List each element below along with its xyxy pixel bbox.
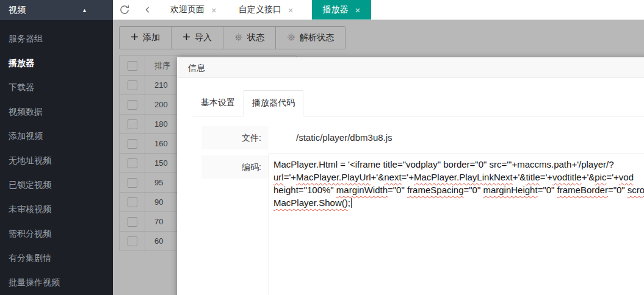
refresh-icon — [119, 4, 130, 15]
misspelled-token: vod — [619, 172, 634, 182]
misspelled-token: url — [273, 172, 284, 182]
dialog-tab-播放器代码[interactable]: 播放器代码 — [244, 90, 303, 116]
tab-label: 欢迎页面 — [170, 4, 204, 15]
main-area: 欢迎页面×自定义接口×播放器× 添加导入状态解析状态 排序 2102001801… — [113, 0, 644, 295]
code-token: ='+ — [606, 172, 618, 182]
code-token: +'& — [582, 172, 595, 182]
text-cursor — [351, 198, 352, 208]
misspelled-token: pic — [595, 172, 606, 182]
sidebar-item-已锁定视频[interactable]: 已锁定视频 — [0, 172, 113, 197]
sidebar-item-无地址视频[interactable]: 无地址视频 — [0, 148, 113, 172]
code-token: ='+ — [284, 172, 296, 182]
tab-欢迎页面[interactable]: 欢迎页面× — [159, 0, 228, 20]
misspelled-token: marginWidth — [336, 185, 388, 195]
code-line: MacPlayer.Show(); — [273, 196, 644, 209]
code-token: ="0" — [464, 185, 483, 195]
misspelled-token: vodtitle — [552, 172, 582, 182]
close-icon[interactable]: × — [288, 5, 294, 15]
misspelled-token: scrolling — [628, 185, 644, 195]
code-token: ='+ — [402, 172, 414, 182]
file-field-row: 文件: /static/player/dbm3u8.js — [201, 126, 644, 149]
dialog-tab-基本设置[interactable]: 基本设置 — [192, 90, 244, 116]
misspelled-token: title — [526, 172, 540, 182]
code-token: MacPlayer.Html = '<iframe title="vodplay… — [273, 159, 614, 169]
sidebar-nav: 服务器组播放器下载器视频数据添加视频无地址视频已锁定视频未审核视频需积分视频有分… — [0, 20, 113, 294]
sidebar-item-需积分视频[interactable]: 需积分视频 — [0, 221, 113, 246]
sidebar-header-video[interactable]: 视频 ▲ — [0, 0, 113, 20]
collapse-up-icon: ▲ — [82, 7, 104, 13]
code-token: ="0" — [608, 185, 628, 195]
sidebar-item-批量操作视频[interactable]: 批量操作视频 — [0, 270, 113, 294]
open-tabs: 欢迎页面×自定义接口×播放器× — [159, 0, 371, 20]
sidebar-item-播放器[interactable]: 播放器 — [0, 51, 113, 75]
sidebar: 视频 ▲ 服务器组播放器下载器视频数据添加视频无地址视频已锁定视频未审核视频需积… — [0, 0, 113, 295]
content-area: 添加导入状态解析状态 排序 21020018016015095907060 信息 — [113, 20, 644, 295]
code-field-row: 编码: MacPlayer.Html = '<iframe title="vod… — [201, 155, 644, 295]
close-icon[interactable]: × — [355, 5, 361, 15]
info-dialog: 信息 基本设置播放器代码 文件: /static/player/dbm3u8.j… — [177, 57, 644, 295]
code-token: height="100%" — [273, 185, 336, 195]
sidebar-item-下载器[interactable]: 下载器 — [0, 75, 113, 99]
sidebar-item-未审核视频[interactable]: 未审核视频 — [0, 197, 113, 221]
tab-label: 自定义接口 — [239, 4, 281, 15]
misspelled-token: MacPlayer.PlayLinkNext — [414, 172, 513, 182]
tabbar: 欢迎页面×自定义接口×播放器× — [113, 0, 644, 20]
misspelled-token: MacPlayer.Show() — [273, 197, 348, 208]
code-token: +'& — [371, 172, 385, 182]
chevron-left-icon — [143, 5, 152, 14]
code-token: +'& — [513, 172, 526, 182]
tab-自定义接口[interactable]: 自定义接口× — [228, 0, 305, 20]
close-icon[interactable]: × — [211, 5, 217, 15]
app-root: 视频 ▲ 服务器组播放器下载器视频数据添加视频无地址视频已锁定视频未审核视频需积… — [0, 0, 644, 295]
code-line: height="100%" marginWidth="0" frameSpaci… — [273, 183, 644, 196]
misspelled-token: MacPlayer.PlayUrl — [296, 172, 371, 182]
dialog-title: 信息 — [177, 57, 644, 78]
sidebar-item-添加视频[interactable]: 添加视频 — [0, 124, 113, 148]
misspelled-token: next — [384, 172, 401, 182]
sidebar-item-有分集剧情[interactable]: 有分集剧情 — [0, 246, 113, 270]
back-button[interactable] — [136, 0, 159, 20]
code-token: ; — [348, 197, 350, 208]
tab-label: 播放器 — [323, 4, 349, 15]
misspelled-token: frameSpacing — [407, 185, 464, 195]
sidebar-item-服务器组[interactable]: 服务器组 — [0, 26, 113, 51]
code-field-label: 编码: — [201, 155, 269, 179]
misspelled-token: frameBorder — [557, 185, 608, 195]
player-code-textarea[interactable]: MacPlayer.Html = '<iframe title="vodplay… — [269, 154, 644, 295]
code-token: ='+ — [540, 172, 552, 182]
code-line: url='+MacPlayer.PlayUrl+'&next='+MacPlay… — [273, 171, 644, 183]
misspelled-token: marginHeight — [483, 185, 537, 195]
dialog-body: 基本设置播放器代码 文件: /static/player/dbm3u8.js 编… — [177, 78, 644, 295]
file-field-label: 文件: — [201, 126, 269, 149]
code-line: MacPlayer.Html = '<iframe title="vodplay… — [273, 158, 644, 171]
file-field-value: /static/player/dbm3u8.js — [296, 126, 393, 149]
dialog-tabs: 基本设置播放器代码 — [192, 90, 644, 116]
tab-播放器[interactable]: 播放器× — [312, 0, 372, 20]
sidebar-item-视频数据[interactable]: 视频数据 — [0, 99, 113, 124]
refresh-button[interactable] — [113, 0, 136, 20]
code-token: ="0" — [388, 185, 407, 195]
code-token: ="0" — [538, 185, 557, 195]
player-form: 文件: /static/player/dbm3u8.js 编码: MacPlay… — [192, 126, 644, 295]
sidebar-header-title: 视频 — [9, 5, 26, 16]
